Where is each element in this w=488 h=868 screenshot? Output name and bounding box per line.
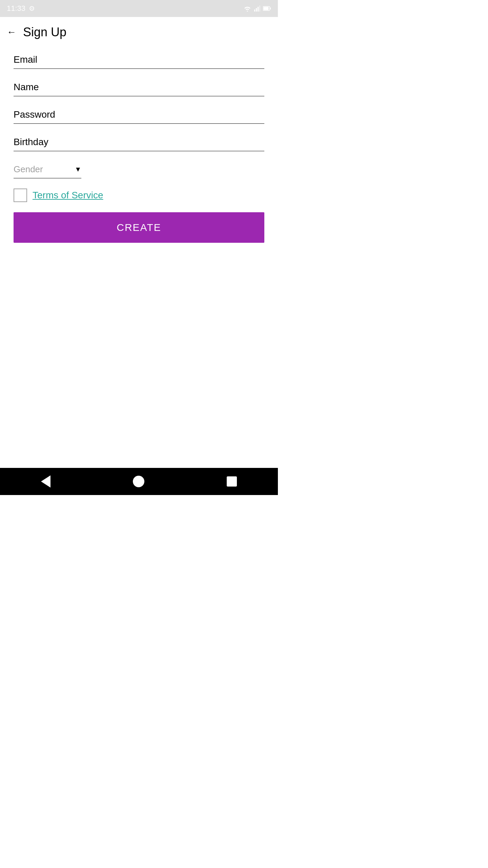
gender-dropdown[interactable]: Gender ▼ bbox=[14, 161, 81, 178]
password-field-wrapper bbox=[14, 106, 264, 124]
status-bar: 11:33 ⚙ bbox=[0, 0, 278, 17]
home-nav-icon[interactable] bbox=[133, 476, 144, 487]
password-input[interactable] bbox=[14, 106, 264, 124]
wifi-icon bbox=[243, 5, 251, 12]
page-title: Sign Up bbox=[23, 25, 66, 39]
status-bar-right bbox=[243, 5, 271, 12]
svg-rect-1 bbox=[256, 8, 257, 12]
email-field-wrapper bbox=[14, 52, 264, 69]
chevron-down-icon: ▼ bbox=[75, 165, 81, 173]
create-button[interactable]: CREATE bbox=[14, 212, 264, 243]
birthday-field-wrapper bbox=[14, 134, 264, 151]
status-bar-left: 11:33 ⚙ bbox=[7, 4, 35, 13]
gender-placeholder: Gender bbox=[14, 164, 75, 175]
terms-checkbox[interactable] bbox=[14, 189, 27, 202]
status-time: 11:33 bbox=[7, 4, 25, 13]
terms-of-service-link[interactable]: Terms of Service bbox=[33, 190, 103, 201]
form-container: Gender ▼ Terms of Service CREATE bbox=[0, 45, 278, 468]
svg-rect-5 bbox=[264, 7, 269, 10]
signal-icon bbox=[254, 5, 260, 12]
svg-rect-2 bbox=[258, 7, 259, 12]
svg-rect-6 bbox=[270, 7, 271, 9]
name-field-wrapper bbox=[14, 79, 264, 96]
gear-icon: ⚙ bbox=[29, 4, 35, 13]
birthday-input[interactable] bbox=[14, 134, 264, 151]
svg-rect-0 bbox=[254, 9, 255, 12]
header: ← Sign Up bbox=[0, 17, 278, 45]
recents-nav-icon[interactable] bbox=[227, 476, 237, 487]
terms-row: Terms of Service bbox=[14, 189, 264, 202]
svg-rect-3 bbox=[259, 5, 260, 12]
back-nav-icon[interactable] bbox=[41, 475, 50, 488]
back-button[interactable]: ← bbox=[7, 27, 16, 37]
email-input[interactable] bbox=[14, 52, 264, 69]
navigation-bar bbox=[0, 468, 278, 495]
battery-icon bbox=[263, 6, 271, 11]
name-input[interactable] bbox=[14, 79, 264, 96]
